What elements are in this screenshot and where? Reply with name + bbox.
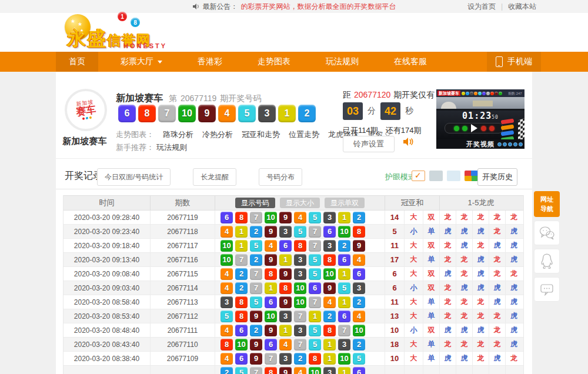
- set-home-link[interactable]: 设为首页: [467, 2, 496, 12]
- cell-parity: 单: [423, 338, 440, 351]
- mini-ball: 3: [220, 296, 233, 308]
- cell-numbers: 68710945312: [215, 211, 385, 224]
- theme-gray-swatch[interactable]: [429, 171, 443, 181]
- trend-link[interactable]: 路珠分析: [163, 129, 193, 140]
- display-toggle-button[interactable]: 显示号码: [235, 198, 275, 208]
- mini-ball: 8: [220, 339, 233, 350]
- cell-parity: 双: [423, 211, 440, 224]
- mini-ball: 10: [353, 325, 365, 336]
- records-tool-button[interactable]: 号码分布: [259, 168, 302, 186]
- mini-ball: 7: [250, 268, 262, 280]
- video-ball-dot: [490, 92, 494, 95]
- lottery-ball: 7: [158, 105, 176, 122]
- mini-ball: 1: [338, 296, 350, 308]
- cell-issue: 20677114: [151, 281, 215, 295]
- mini-ball: 1: [338, 367, 350, 374]
- theme-default-checkbox[interactable]: [412, 171, 425, 181]
- cell-parity: 单: [423, 352, 440, 365]
- mini-ball: 2: [323, 310, 336, 322]
- cell-dragon-tiger: 龙: [506, 211, 522, 224]
- floating-sidebar: 网址导航: [534, 191, 560, 302]
- logo-subtitle: HONESTY: [123, 42, 167, 49]
- game-logo-badge: 新加坡 赛车: [65, 89, 107, 131]
- cell-dragon-tiger: 龙: [473, 295, 489, 309]
- cell-parity: 单: [423, 309, 440, 323]
- mini-ball: 10: [265, 212, 277, 223]
- favorite-link[interactable]: 收藏本站: [508, 2, 536, 12]
- cell-dragon-tiger: 龙: [489, 211, 506, 224]
- site-nav-badge[interactable]: 网址导航: [534, 191, 560, 217]
- live-draw-video[interactable]: 新加坡赛车 期数:247 01:2350 开奖视频: [436, 89, 524, 149]
- nav-item[interactable]: 玩法规则: [313, 52, 372, 72]
- mini-ball: 1: [279, 254, 292, 266]
- cell-time: [64, 366, 151, 374]
- ring-settings-button[interactable]: 铃声设置: [343, 136, 395, 152]
- mobile-version-button[interactable]: 手机端: [487, 52, 541, 72]
- trend-label: 走势图表：: [116, 129, 154, 140]
- cell-time: 2020-03-20 08:53:40: [64, 309, 151, 323]
- nav-item[interactable]: 走势图表: [245, 52, 303, 72]
- lottery-ball: 6: [118, 105, 136, 122]
- cell-dragon-tiger: 龙: [506, 352, 522, 365]
- cell-dragon-tiger: 龙: [473, 211, 489, 224]
- site-logo[interactable]: ★★★★ 1 8 永盛信誉网 HONESTY: [59, 13, 194, 52]
- mini-ball: 4: [294, 367, 306, 374]
- next-issue-number: 20677120: [354, 90, 390, 99]
- nav-item[interactable]: 彩票大厅: [108, 52, 175, 72]
- mini-ball: 1: [265, 282, 277, 294]
- cell-size: 大: [405, 295, 423, 309]
- theme-blue-swatch[interactable]: [447, 171, 460, 181]
- nav-item[interactable]: 在线客服: [381, 52, 440, 72]
- display-toggle-button[interactable]: 显示单双: [325, 198, 365, 208]
- mini-ball: 1: [235, 226, 248, 238]
- nav-item[interactable]: 香港彩: [185, 52, 235, 72]
- mini-ball: 7: [250, 212, 262, 223]
- play-icon[interactable]: [471, 124, 477, 132]
- chat-button[interactable]: [534, 277, 560, 302]
- mini-ball: 5: [309, 325, 321, 336]
- lottery-ball: 10: [178, 105, 196, 122]
- cell-dragon-tiger: 虎: [473, 267, 489, 280]
- mini-ball: 2: [250, 325, 262, 336]
- chat-bubble-icon: [539, 282, 554, 296]
- mini-ball: 8: [309, 353, 321, 365]
- history-button[interactable]: 开奖历史: [477, 168, 517, 186]
- cell-sum: 14: [385, 211, 405, 224]
- mini-ball: 9: [279, 367, 292, 374]
- display-toggle-button[interactable]: 显示大小: [280, 198, 320, 208]
- mini-ball: 9: [279, 268, 292, 280]
- cell-numbers: 38569107412: [215, 295, 385, 309]
- cell-dragon-tiger: 虎: [489, 239, 506, 252]
- mini-ball: 9: [250, 353, 262, 365]
- cell-sum: 10: [385, 352, 405, 365]
- rules-link[interactable]: 玩法规则: [156, 142, 187, 153]
- mini-ball: 5: [309, 268, 321, 280]
- theme-color-swatch[interactable]: [465, 171, 478, 181]
- mini-ball: 3: [323, 240, 336, 252]
- mini-ball: 5: [250, 240, 262, 252]
- result-row: 25789410316: [64, 366, 523, 374]
- mini-ball: 4: [220, 268, 233, 280]
- nav-item[interactable]: 首页: [56, 52, 98, 72]
- records-tool-button[interactable]: 长龙提醒: [193, 168, 236, 186]
- records-tool-button[interactable]: 今日双面/号码统计: [97, 168, 171, 186]
- mini-ball: 4: [279, 339, 292, 350]
- display-toggles: 显示号码显示大小显示单双: [215, 196, 385, 210]
- sound-toggle-icon[interactable]: [403, 137, 413, 149]
- trend-link[interactable]: 冷热分析: [202, 129, 233, 140]
- mini-ball: 3: [294, 325, 306, 336]
- wechat-button[interactable]: [534, 221, 560, 245]
- mini-ball: 2: [235, 268, 248, 280]
- trend-link[interactable]: 位置走势: [289, 129, 319, 140]
- lottery-ball: 4: [218, 105, 236, 122]
- cell-sum: [385, 366, 405, 374]
- mini-ball: 3: [294, 268, 306, 280]
- cell-dragon-tiger: [473, 366, 489, 374]
- cell-dragon-tiger: 龙: [489, 225, 506, 238]
- trend-link[interactable]: 冠亚和走势: [242, 129, 280, 140]
- cell-size: 大: [405, 338, 423, 351]
- cell-numbers: 10729135864: [215, 253, 385, 266]
- qq-button[interactable]: [534, 249, 560, 273]
- cell-dragon-tiger: 龙: [456, 211, 473, 224]
- col-sum: 冠亚和: [385, 196, 440, 210]
